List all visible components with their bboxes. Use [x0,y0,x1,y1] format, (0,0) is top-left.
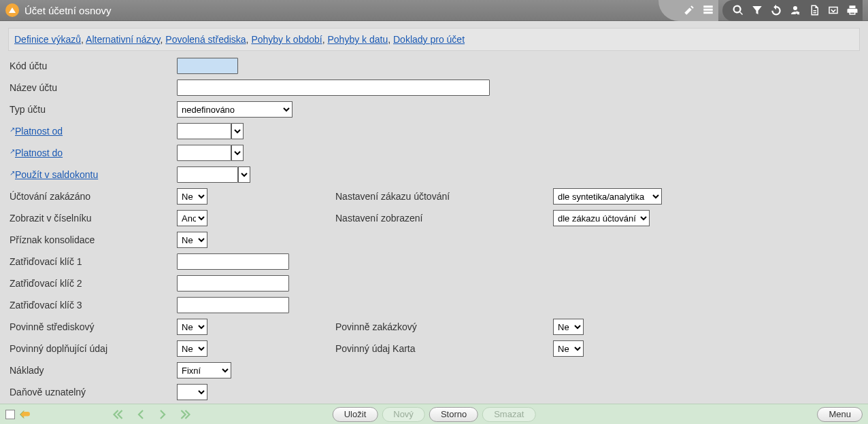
window-title: Účet účetní osnovy [24,5,112,16]
select-povinne-strediskovy[interactable]: Ne [177,319,207,335]
link-row: Definice výkazů, Alternativní názvy, Pov… [8,28,860,51]
label-kod-uctu: Kód účtu [8,60,177,71]
select-platnost-od[interactable] [231,123,244,139]
label-zatrid1: Zatřiďovací klíč 1 [8,256,177,267]
select-nastaveni-zakazu[interactable]: dle syntetika/analytika [553,188,662,205]
select-uctovani-zakazano[interactable]: Ne [177,188,207,205]
select-povinny-doplnujici[interactable]: Ne [177,340,207,357]
input-zatrid3[interactable] [177,297,289,313]
input-platnost-do[interactable] [177,145,231,161]
input-pouzit-saldo[interactable] [177,166,238,183]
input-zatrid2[interactable] [177,275,289,292]
select-povinny-karta[interactable]: Ne [553,340,584,357]
footer-checkbox[interactable] [5,410,15,419]
nav-prev-icon[interactable] [135,408,147,421]
label-povinne-strediskovy: Povinně střediskový [8,321,177,332]
input-kod-uctu[interactable] [177,58,238,74]
select-danove[interactable] [177,384,207,400]
label-link-platnost-od[interactable]: Platnost od [15,126,63,137]
select-priznak[interactable]: Ne [177,232,207,248]
label-uctovani-zakazano: Účtování zakázáno [8,191,177,202]
label-danove: Daňově uznatelný [8,387,177,398]
select-platnost-do[interactable] [231,145,244,161]
label-povinne-zakazkovy: Povinně zakázkový [335,321,553,332]
svg-marker-0 [9,7,16,13]
label-nastaveni-zobrazeni: Nastavení zobrazení [335,213,553,224]
input-zatrid1[interactable] [177,253,289,270]
export-icon[interactable] [827,4,839,16]
refresh-icon[interactable] [770,4,782,16]
edit-icon[interactable] [683,4,695,16]
link-alternativni[interactable]: Alternativní názvy [86,34,160,45]
label-naklady: Náklady [8,365,177,376]
select-nastaveni-zobrazeni[interactable]: dle zákazu účtování [553,210,650,226]
filter-icon[interactable] [751,4,763,16]
app-logo [5,3,19,17]
label-link-pouzit-saldo[interactable]: Použít v saldokontu [15,169,98,180]
nav-next-icon[interactable] [156,408,169,421]
footer-back-icon[interactable] [18,409,31,420]
link-pohyby-obdobi[interactable]: Pohyby k období [251,34,322,45]
search-icon[interactable] [732,4,744,16]
document-icon[interactable] [808,4,820,16]
select-typ-uctu[interactable]: nedefinováno [177,101,293,118]
print-icon[interactable] [846,4,858,16]
label-typ-uctu: Typ účtu [8,104,177,115]
label-priznak: Příznak konsolidace [8,234,177,245]
grid-icon[interactable] [702,4,714,16]
select-povinne-zakazkovy[interactable]: Ne [553,319,584,335]
label-povinny-karta: Povinný údaj Karta [335,343,553,354]
label-nastaveni-zakazu: Nastavení zákazu účtování [335,191,553,202]
label-povinny-doplnujici: Povinný doplňující údaj [8,343,177,354]
label-zatrid2: Zatřiďovací klíč 2 [8,278,177,289]
menu-button[interactable]: Menu [817,407,863,422]
link-definice[interactable]: Definice výkazů [14,34,81,45]
user-gear-icon[interactable] [789,4,801,16]
select-pouzit-saldo[interactable] [238,166,250,183]
save-button[interactable]: Uložit [333,407,378,422]
nav-first-icon[interactable] [113,408,125,421]
label-nazev-uctu: Název účtu [8,82,177,93]
cancel-button[interactable]: Storno [429,407,478,422]
link-pohyby-datu[interactable]: Pohyby k datu [327,34,388,45]
label-zobrazit-ciselnik: Zobrazit v číselníku [8,213,177,224]
input-nazev-uctu[interactable] [177,80,490,96]
link-doklady[interactable]: Doklady pro účet [393,34,465,45]
link-povolena[interactable]: Povolená střediska [165,34,246,45]
select-zobrazit-ciselnik[interactable]: Ano [177,210,207,226]
label-zatrid3: Zatřiďovací klíč 3 [8,300,177,311]
toolbar-curve [658,0,679,21]
nav-last-icon[interactable] [178,408,190,421]
select-naklady[interactable]: Fixní [177,362,231,378]
delete-button: Smazat [482,407,535,422]
new-button: Nový [382,407,425,422]
label-link-platnost-do[interactable]: Platnost do [15,147,63,158]
input-platnost-od[interactable] [177,123,231,139]
